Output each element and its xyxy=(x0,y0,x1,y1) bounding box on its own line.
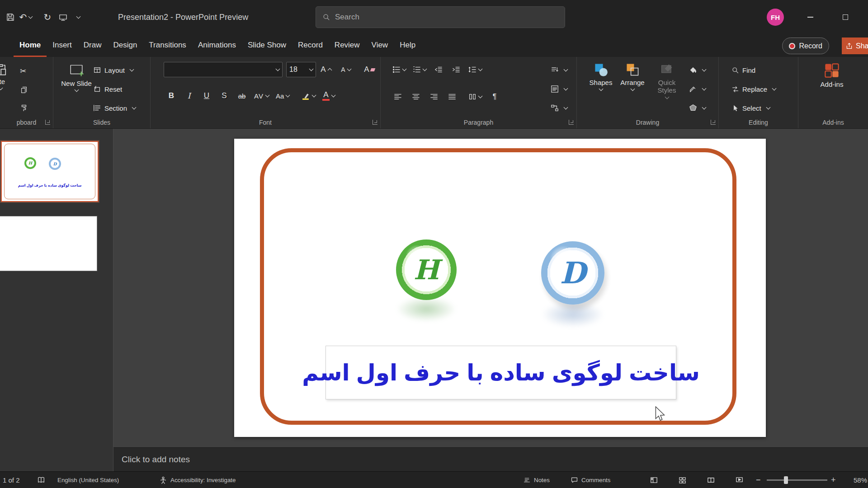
zoom-level[interactable]: 58% xyxy=(854,472,868,488)
strikethrough-button[interactable]: ab xyxy=(236,89,247,102)
reset-button[interactable]: Reset xyxy=(93,83,122,95)
font-dialog-launcher[interactable] xyxy=(373,120,377,125)
find-button[interactable]: Find xyxy=(731,64,755,76)
zoom-slider-thumb[interactable] xyxy=(784,476,788,484)
notes-pane[interactable]: Click to add notes xyxy=(113,447,868,471)
avatar[interactable]: FH xyxy=(767,9,784,26)
slide-thumbnail-2[interactable] xyxy=(0,216,97,271)
slide-thumbnail-1[interactable]: H D ساخت لوگوی ساده با حرف اول اسم xyxy=(1,141,99,202)
zoom-out-button[interactable]: − xyxy=(756,472,761,488)
customize-qat-button[interactable] xyxy=(71,9,86,25)
cut-button[interactable]: ✂ xyxy=(20,65,26,77)
notes-toggle-button[interactable]: Notes xyxy=(523,472,550,488)
columns-button[interactable] xyxy=(468,90,482,103)
quick-styles-button[interactable]: Quick Styles xyxy=(649,61,684,117)
accessibility-button[interactable]: Accessibility: Investigate xyxy=(159,472,236,488)
tab-home[interactable]: Home xyxy=(14,34,47,57)
tab-view[interactable]: View xyxy=(366,34,394,57)
start-slideshow-button[interactable] xyxy=(55,9,71,25)
align-left-button[interactable] xyxy=(392,90,403,103)
tab-transitions[interactable]: Transitions xyxy=(143,34,192,57)
shape-fill-button[interactable] xyxy=(689,64,706,76)
clear-formatting-button[interactable]: A xyxy=(364,63,375,76)
justify-button[interactable] xyxy=(447,90,458,103)
font-size-input[interactable] xyxy=(289,66,305,74)
arrange-button[interactable]: Arrange xyxy=(618,61,647,117)
font-name-input[interactable] xyxy=(167,66,276,74)
convert-smartart-button[interactable] xyxy=(551,102,567,114)
underline-button[interactable]: U xyxy=(201,89,212,102)
font-size-combo[interactable] xyxy=(286,62,316,77)
search-box[interactable] xyxy=(316,6,565,28)
comments-toggle-button[interactable]: Comments xyxy=(571,472,610,488)
copy-button[interactable] xyxy=(20,84,28,96)
text-shadow-button[interactable]: S xyxy=(219,89,230,102)
normal-view-button[interactable] xyxy=(650,472,658,488)
font-name-combo[interactable] xyxy=(164,62,283,77)
tab-draw[interactable]: Draw xyxy=(78,34,108,57)
search-input[interactable] xyxy=(335,13,558,22)
green-ring-logo[interactable]: H xyxy=(396,239,457,300)
align-right-button[interactable] xyxy=(429,90,439,103)
paragraph-marks-button[interactable]: ¶ xyxy=(489,90,500,103)
italic-button[interactable]: I xyxy=(184,89,194,102)
group-editing: Find Replace Select Editing xyxy=(719,57,798,128)
line-spacing-button[interactable] xyxy=(468,63,482,76)
tab-animations[interactable]: Animations xyxy=(192,34,242,57)
tab-slide-show[interactable]: Slide Show xyxy=(242,34,292,57)
format-painter-button[interactable] xyxy=(20,102,28,114)
share-button[interactable]: Sha xyxy=(842,38,868,54)
tab-record[interactable]: Record xyxy=(292,34,329,57)
align-center-button[interactable] xyxy=(410,90,421,103)
save-button[interactable] xyxy=(3,9,18,25)
redo-button[interactable]: ↻ xyxy=(40,9,55,25)
replace-button[interactable]: Replace xyxy=(731,83,776,95)
slide-sorter-view-button[interactable] xyxy=(678,472,687,488)
shrink-font-button[interactable]: A xyxy=(340,63,351,76)
bold-button[interactable]: B xyxy=(166,89,177,102)
increase-indent-button[interactable] xyxy=(451,63,462,76)
tab-help[interactable]: Help xyxy=(394,34,421,57)
paragraph-dialog-launcher[interactable] xyxy=(569,120,574,125)
spell-check-button[interactable] xyxy=(37,472,45,488)
undo-button[interactable]: ↶ xyxy=(18,9,33,25)
highlight-color-button[interactable] xyxy=(302,89,316,102)
new-slide-button[interactable]: New Slide xyxy=(61,61,92,117)
tab-insert[interactable]: Insert xyxy=(47,34,78,57)
caption-text-box[interactable]: ساخت لوگوی ساده با حرف اول اسم xyxy=(326,346,676,399)
record-button[interactable]: Record xyxy=(782,38,829,54)
addins-button[interactable]: Add-ins xyxy=(813,61,851,117)
font-color-button[interactable]: A xyxy=(322,89,335,102)
tab-review[interactable]: Review xyxy=(329,34,366,57)
shape-outline-button[interactable] xyxy=(689,83,706,95)
maximize-button[interactable] xyxy=(835,10,855,24)
drawing-dialog-launcher[interactable] xyxy=(711,120,716,125)
character-spacing-button[interactable]: AV xyxy=(254,89,269,102)
reading-view-button[interactable] xyxy=(707,472,715,488)
tab-design[interactable]: Design xyxy=(107,34,143,57)
paste-button[interactable]: ste xyxy=(0,61,14,117)
zoom-slider[interactable] xyxy=(767,479,827,481)
numbering-button[interactable] xyxy=(413,63,426,76)
shape-effects-button[interactable] xyxy=(689,102,706,114)
select-button[interactable]: Select xyxy=(731,102,770,114)
numbering-icon xyxy=(413,66,421,74)
slide-canvas[interactable]: H D ساخت لوگوی ساده با حرف اول اسم xyxy=(234,139,766,437)
shapes-button[interactable]: Shapes xyxy=(586,61,616,117)
slideshow-view-button[interactable] xyxy=(735,472,744,488)
bullets-button[interactable] xyxy=(392,63,406,76)
blue-ring-logo[interactable]: D xyxy=(541,241,604,305)
language-button[interactable]: English (United States) xyxy=(57,472,119,488)
layout-button[interactable]: Layout xyxy=(93,64,133,76)
decrease-indent-button[interactable] xyxy=(433,63,444,76)
minimize-button[interactable] xyxy=(800,10,820,24)
zoom-in-button[interactable]: + xyxy=(831,472,836,488)
text-direction-button[interactable] xyxy=(551,64,567,76)
chevron-down-icon xyxy=(0,86,3,90)
align-text-button[interactable] xyxy=(551,83,567,95)
change-case-button[interactable]: Aa xyxy=(276,89,289,102)
save-icon xyxy=(6,13,15,22)
section-button[interactable]: Section xyxy=(93,102,136,114)
grow-font-button[interactable]: A xyxy=(321,63,331,76)
clipboard-dialog-launcher[interactable] xyxy=(45,120,50,125)
